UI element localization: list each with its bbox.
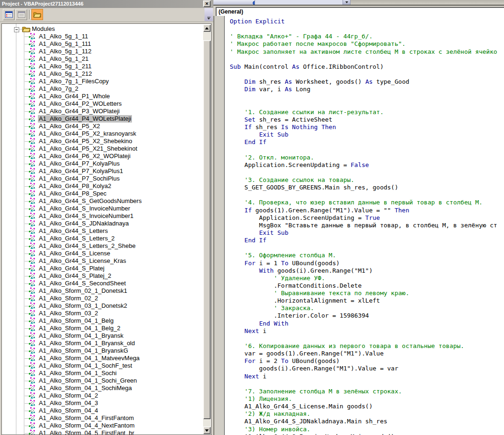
code-line: .HorizontalAlignment = xlLeft [230,297,504,304]
scroll-down-icon[interactable] [203,427,211,434]
tree-item-module[interactable]: A1_Alko_Gr44_P3_WOPlateji [2,108,203,115]
scrollbar-thumb[interactable] [203,40,211,419]
code-line: ' Закраска. [230,304,504,312]
tree-item-module[interactable]: A1_Alko_5g_1_212 [2,70,203,78]
module-name: A1_Alko_Gr44_P4_WOLetsPlateji [38,115,132,123]
toolbar-options-button[interactable] [205,8,213,21]
object-dropdown-value: (General) [219,8,243,15]
module-name: A1_Alko_Gr44_P1_Whole [38,93,111,100]
code-line: '3. Создание ссылок на товары. [230,176,504,184]
module-icon [28,205,36,212]
tree-item-module[interactable]: A1_Alko_Gr44_P7_SochiPlus [2,175,203,182]
tree-item-module[interactable]: A1_Alko_Gr44_S_SecondSheet [2,280,203,287]
combobox-dropdown-icon[interactable] [343,0,351,5]
tree-item-module[interactable]: A1_Alko_Gr44_S_Letters_2 [2,235,203,242]
tree-item-module[interactable]: A1_Alko_Sform_04_3 [2,399,203,407]
tree-item-module[interactable]: A1_Alko_Gr44_P5_X2_krasnoyarsk [2,130,203,138]
close-icon[interactable]: ✕ [203,0,211,7]
tree-item-module[interactable]: A1_Alko_5g_1_111 [2,40,203,48]
tree-item-module[interactable]: A1_Alko_Gr44_S_Letters [2,227,203,235]
tree-item-module[interactable]: A1_Alko_7g_1_FilesCopy [2,78,203,85]
tree-item-module[interactable]: A1_Alko_Gr44_S_JDNakladnaya [2,220,203,227]
tree-item-module[interactable]: A1_Alko_7g_2 [2,85,203,93]
tree-item-module[interactable]: A1_Alko_Gr44_S_License_Kras [2,257,203,265]
tree-item-module[interactable]: A1_Alko_Sform_03_2 [2,310,203,317]
tree-item-module[interactable]: A1_Alko_Gr44_P5_X2 [2,123,203,130]
module-icon [28,190,36,197]
tree-item-module[interactable]: A1_Alko_Sform_04_1_BryanskG [2,347,203,355]
scroll-up-icon[interactable] [203,24,211,32]
module-name: A1_Alko_Sform_04_4 [38,407,99,414]
code-line: MsgBox "Вставьте данные в первый товар, … [230,222,504,229]
tree-item-module[interactable]: A1_Alko_Gr44_P7_KolyaPlus1 [2,167,203,175]
tree-item-module[interactable]: A1_Alko_Sform_04_1_Bryansk_old [2,340,203,347]
collapse-minus-icon[interactable] [14,27,19,32]
tree-item-module[interactable]: A1_Alko_Sform_04_2 [2,392,203,399]
view-object-button[interactable] [15,9,27,20]
tree-item-module[interactable]: A1_Alko_Gr44_S_GetGoodsNumbers [2,197,203,205]
tree-scrollbar[interactable] [203,24,211,434]
code-line: End If [230,138,504,146]
tree-item-module[interactable]: A1_Alko_Gr44_P2_WOLetters [2,100,203,108]
tree-item-module[interactable]: A1_Alko_Sform_04_1_MatveevMega [2,355,203,362]
tree-item-module[interactable]: A1_Alko_Sform_04_4_FirstFantom [2,414,203,422]
code-line: With goods(i).Green.Range("M1") [230,267,504,275]
module-name: A1_Alko_Gr44_P3_WOPlateji [38,108,121,115]
module-icon [28,362,36,370]
module-name: A1_Alko_7g_1_FilesCopy [38,78,110,85]
tree-item-module[interactable]: A1_Alko_Gr44_P7_KolyaPlus [2,160,203,167]
app-toolbar-fragment [213,0,504,5]
code-line: Exit Sub [230,131,504,138]
module-icon [28,287,36,295]
margin-indicator-bar[interactable] [214,16,225,435]
tree-item-module[interactable]: A1_Alko_Gr44_P1_Whole [2,93,203,100]
tree-item-modules-folder[interactable]: Modules [2,25,203,33]
tree-item-module[interactable]: A1_Alko_Gr44_P5_X2_Shebekino [2,138,203,145]
module-icon [28,63,36,70]
tree-item-module[interactable]: A1_Alko_Sform_03_1_Donetsk2 [2,302,203,310]
tree-item-module[interactable]: A1_Alko_Sform_04_4_NextFantom [2,422,203,429]
module-icon [28,272,36,280]
tree-item-module[interactable]: A1_Alko_Gr44_S_Platej_2 [2,272,203,280]
code-line: '7. Заполнение столбца M в зелёных строк… [230,388,504,395]
tree-item-module[interactable]: A1_Alko_Gr44_S_InvoiceNumber1 [2,212,203,220]
code-editor[interactable]: Option Explicit ' Вкладка "Алко+" - Граф… [213,16,504,435]
tree-item-module[interactable]: A1_Alko_Sform_04_1_SochF_test [2,362,203,370]
module-icon [28,138,36,145]
tree-item-module[interactable]: A1_Alko_Gr44_S_InvoiceNumber [2,205,203,212]
module-icon [28,108,36,115]
tree-item-module[interactable]: A1_Alko_Gr44_P5_X21_Shebekinot [2,145,203,152]
tree-item-module[interactable]: A1_Alko_Gr44_P8_Spec [2,190,203,197]
tree-item-module[interactable]: A1_Alko_Gr44_S_Letters_2_Shebe [2,242,203,250]
view-code-icon [5,11,13,18]
code-line: Set sh_res = ActiveSheet [230,116,504,123]
code-line: Dim sh_res As Worksheet, goods() As type… [230,78,504,86]
tree-item-module[interactable]: A1_Alko_5g_1_112 [2,48,203,55]
tree-item-module[interactable]: A1_Alko_Gr44_S_License [2,250,203,257]
tree-item-module[interactable]: A1_Alko_Gr44_P4_WOLetsPlateji [2,115,203,123]
toggle-folders-button[interactable] [31,9,43,20]
tree-item-module[interactable]: A1_Alko_5g_1_11 [2,33,203,40]
tree-item-module[interactable]: A1_Alko_Sform_04_1_SochiMega [2,384,203,392]
tree-item-module[interactable]: A1_Alko_Sform_02_1_Donetsk1 [2,287,203,295]
tree-item-module[interactable]: A1_Alko_Gr44_S_Platej [2,265,203,272]
tree-item-module[interactable]: A1_Alko_Sform_04_5_FirstFant_br [2,429,203,435]
module-name: A1_Alko_7g_2 [38,85,80,93]
tree-item-module[interactable]: A1_Alko_Sform_04_1_Sochi_Green [2,377,203,384]
tree-item-module[interactable]: A1_Alko_5g_1_211 [2,63,203,70]
project-tree[interactable]: Modules A1_Alko_5g_1_11A1_Alko_5g_1_111A… [1,23,212,435]
tree-item-module[interactable]: A1_Alko_Gr44_P6_X2_WOPlateji [2,152,203,160]
code-line: ' Макрос заполняет на активном листе сто… [230,48,504,56]
tree-item-module[interactable]: A1_Alko_Gr44_P8_Kolya2 [2,182,203,190]
tree-item-module[interactable]: A1_Alko_Sform_04_1_Belg [2,317,203,325]
tree-item-module[interactable]: A1_Alko_Sform_04_4 [2,407,203,414]
tree-item-module[interactable]: A1_Alko_Sform_04_1_Bryansk [2,332,203,340]
view-code-button[interactable] [3,9,15,20]
tree-item-module[interactable]: A1_Alko_Sform_04_1_Sochi [2,370,203,377]
project-window-titlebar: Project - VBAProject27112013446 [0,0,213,8]
object-dropdown[interactable]: (General) [216,7,504,16]
tree-item-module[interactable]: A1_Alko_Sform_04_1_Belg_2 [2,325,203,332]
tree-item-module[interactable]: A1_Alko_Sform_02_2 [2,295,203,302]
tree-item-module[interactable]: A1_Alko_5g_1_21 [2,55,203,63]
code-line [230,244,504,252]
